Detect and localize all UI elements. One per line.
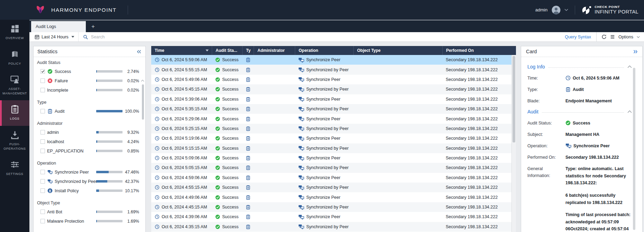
collapse-card-icon[interactable] bbox=[633, 50, 638, 54]
table-row[interactable]: Oct 6, 2024 4:55:15 AM Success Synchroni… bbox=[151, 183, 511, 192]
harmony-lotus-logo-icon bbox=[36, 5, 45, 15]
table-row[interactable]: Oct 6, 2024 5:15:15 AM Success Synchroni… bbox=[151, 143, 511, 153]
filter-checkbox[interactable] bbox=[40, 219, 45, 223]
table-row[interactable]: Oct 6, 2024 4:45:15 AM Success Synchroni… bbox=[151, 202, 511, 212]
sync-icon bbox=[565, 143, 571, 148]
table-row[interactable]: Oct 6, 2024 4:39:06 AM Success Synchroni… bbox=[151, 212, 511, 222]
table-scrollbar[interactable] bbox=[513, 56, 515, 142]
sidebar-item-policy[interactable]: POLICY bbox=[0, 45, 29, 71]
card-panel: Card Log Info Time: Oct 6, 2024 5:59:06 … bbox=[521, 46, 643, 232]
table-row[interactable]: Oct 6, 2024 5:45:15 AM Success Synchroni… bbox=[151, 84, 511, 94]
tab-audit-logs[interactable]: Audit Logs bbox=[31, 21, 86, 32]
table-row[interactable]: Oct 6, 2024 5:29:06 AM Success Synchroni… bbox=[151, 114, 511, 123]
filter-checkbox[interactable] bbox=[40, 170, 45, 174]
query-syntax-link[interactable]: Query Syntax bbox=[565, 35, 591, 39]
stats-section-title: Audit Status bbox=[37, 60, 142, 65]
sidebar-item-logs[interactable]: LOGS bbox=[0, 100, 29, 126]
table-row[interactable]: Oct 6, 2024 5:39:06 AM Success Synchroni… bbox=[151, 94, 511, 104]
user-menu[interactable]: admin bbox=[535, 6, 568, 15]
audit-icon bbox=[246, 205, 251, 210]
filter-checkbox[interactable] bbox=[40, 69, 45, 74]
clock-icon bbox=[155, 97, 160, 102]
stats-filter-row: Failure 0.02% bbox=[37, 76, 142, 85]
card-section-title: Audit bbox=[527, 109, 538, 114]
column-header-operation[interactable]: Operation bbox=[295, 46, 353, 55]
stats-scrollbar[interactable] bbox=[142, 84, 144, 120]
table-row[interactable]: Oct 6, 2024 4:59:06 AM Success Synchroni… bbox=[151, 173, 511, 183]
card-scrollbar[interactable] bbox=[633, 68, 635, 230]
search-input[interactable] bbox=[91, 35, 229, 39]
add-tab-button[interactable]: + bbox=[86, 21, 100, 32]
card-field: Time: Oct 6, 2024 5:59:06 AM bbox=[527, 75, 632, 82]
sidebar-item-overview[interactable]: OVERVIEW bbox=[0, 20, 29, 45]
table-row[interactable]: Oct 6, 2024 5:55:15 AM Success Synchroni… bbox=[151, 65, 511, 74]
filter-checkbox[interactable] bbox=[40, 78, 45, 83]
column-header-administrator[interactable]: Administrator bbox=[254, 46, 295, 55]
table-row[interactable]: Oct 6, 2024 5:09:06 AM Success Synchroni… bbox=[151, 153, 511, 163]
statistics-title: Statistics bbox=[37, 49, 57, 54]
menu-icon bbox=[610, 35, 615, 39]
collapse-panel-icon[interactable] bbox=[137, 50, 141, 54]
filter-bar bbox=[96, 140, 123, 143]
sidebar-item-push-operations[interactable]: PUSH- OPERATIONS bbox=[0, 126, 29, 156]
table-row[interactable]: Oct 6, 2024 5:25:15 AM Success Synchroni… bbox=[151, 124, 511, 133]
sync-icon bbox=[298, 126, 304, 131]
infinity-portal-brand[interactable]: CHECK POINT INFINITY PORTAL bbox=[582, 5, 638, 15]
filter-checkbox[interactable] bbox=[40, 179, 45, 184]
options-button[interactable]: Options bbox=[596, 32, 644, 41]
time-range-dropdown[interactable]: Last 24 Hours bbox=[29, 32, 79, 41]
sliders-icon bbox=[10, 160, 19, 169]
sidebar-item-asset-management[interactable]: ASSET- MANAGEMENT bbox=[0, 71, 29, 100]
clock-icon bbox=[155, 106, 160, 111]
filter-checkbox[interactable] bbox=[40, 88, 45, 92]
filter-label: Failure bbox=[55, 78, 68, 83]
column-header-object_type[interactable]: Object Type bbox=[353, 46, 442, 55]
table-scrollbar-track[interactable] bbox=[511, 55, 516, 232]
filter-checkbox[interactable] bbox=[40, 139, 45, 144]
filter-checkbox[interactable] bbox=[40, 149, 45, 153]
sync-icon bbox=[298, 116, 304, 121]
tab-bar: Audit Logs + bbox=[29, 20, 644, 32]
sidebar-item-settings[interactable]: SETTINGS bbox=[0, 156, 29, 181]
chevron-up-icon[interactable] bbox=[627, 110, 632, 113]
table-row[interactable]: Oct 6, 2024 4:49:06 AM Success Synchroni… bbox=[151, 192, 511, 202]
card-field-label: Performed On: bbox=[527, 154, 565, 161]
sync-icon bbox=[298, 136, 304, 141]
column-header-time[interactable]: Time bbox=[151, 46, 212, 55]
scroll-up-icon[interactable] bbox=[141, 80, 144, 82]
card-field-value: Secondary 198.18.134.222 bbox=[565, 154, 632, 161]
sync-icon bbox=[298, 185, 304, 190]
asset-icon bbox=[10, 75, 19, 84]
table-row[interactable]: Oct 6, 2024 5:49:06 AM Success Synchroni… bbox=[151, 75, 511, 84]
audit-icon bbox=[246, 87, 251, 92]
audit-icon bbox=[565, 87, 571, 92]
table-row[interactable]: Oct 6, 2024 5:05:15 AM Success Synchroni… bbox=[151, 163, 511, 173]
stats-filter-row: Success 2.74% bbox=[37, 67, 142, 76]
column-header-type[interactable]: Ty bbox=[242, 46, 254, 55]
sync-icon bbox=[298, 165, 304, 170]
filter-checkbox[interactable] bbox=[40, 109, 45, 113]
column-header-performed_on[interactable]: Performed On bbox=[442, 46, 516, 55]
refresh-icon[interactable] bbox=[601, 34, 607, 39]
filter-checkbox[interactable] bbox=[40, 188, 45, 193]
stats-filter-row: localhost 4.24% bbox=[37, 137, 142, 146]
sync-icon bbox=[298, 195, 304, 200]
options-label: Options bbox=[618, 35, 633, 39]
table-row[interactable]: Oct 6, 2024 5:59:06 AM Success Synchroni… bbox=[151, 55, 511, 65]
search-icon bbox=[83, 35, 88, 39]
table-row[interactable]: Oct 6, 2024 5:35:15 AM Success Synchroni… bbox=[151, 104, 511, 114]
column-header-status[interactable]: Audit Sta... bbox=[212, 46, 242, 55]
table-row[interactable]: Oct 6, 2024 5:19:06 AM Success Synchroni… bbox=[151, 133, 511, 143]
table-row[interactable]: Oct 6, 2024 4:35:15 AM Success Synchroni… bbox=[151, 222, 511, 232]
clock-icon bbox=[155, 117, 160, 121]
filter-checkbox[interactable] bbox=[40, 210, 45, 214]
filter-checkbox[interactable] bbox=[40, 130, 45, 134]
avatar-icon bbox=[552, 6, 561, 15]
filter-label: Malware Protection bbox=[47, 219, 84, 224]
success-icon bbox=[215, 185, 220, 190]
chevron-up-icon[interactable] bbox=[627, 65, 632, 68]
filter-label: EP_APPLICATION bbox=[47, 149, 83, 154]
card-field: Audit Status: Success bbox=[527, 120, 632, 127]
calendar-icon bbox=[35, 35, 39, 39]
card-field-value: Type: online automatic. Last statistics … bbox=[565, 165, 632, 232]
